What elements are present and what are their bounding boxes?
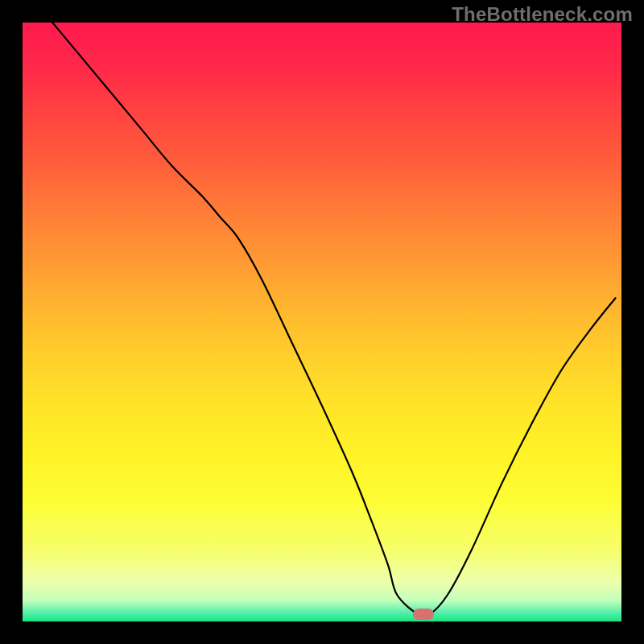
gradient-background (23, 23, 621, 621)
optimal-marker (413, 609, 434, 620)
chart-frame: TheBottleneck.com (0, 0, 644, 644)
plot-area (23, 23, 621, 621)
attribution-watermark: TheBottleneck.com (452, 3, 633, 26)
chart-svg (23, 23, 621, 621)
